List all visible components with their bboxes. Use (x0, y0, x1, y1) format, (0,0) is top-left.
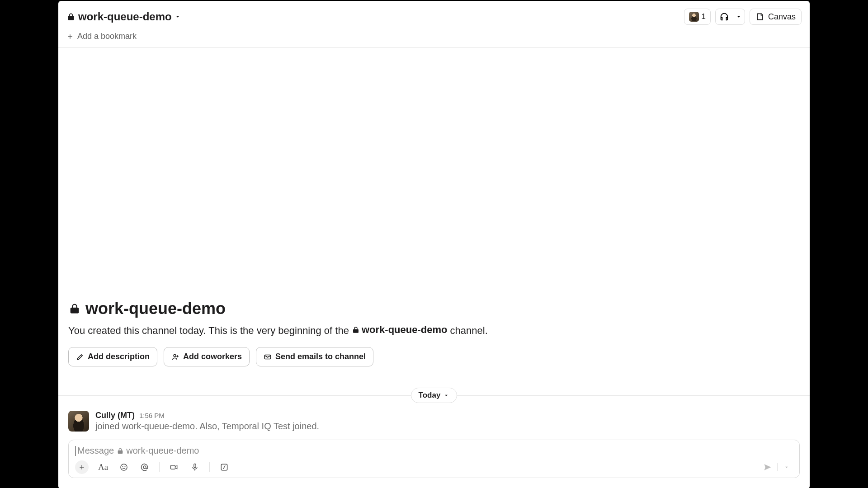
svg-rect-6 (194, 464, 196, 468)
huddle-button-group (715, 9, 745, 25)
shortcuts-button[interactable] (218, 461, 231, 474)
canvas-button[interactable]: Canvas (750, 9, 802, 25)
send-button[interactable] (761, 460, 774, 474)
channel-intro-title-text: work-queue-demo (85, 299, 226, 318)
plus-icon (78, 464, 85, 471)
canvas-label: Canvas (768, 12, 796, 22)
svg-point-2 (121, 464, 127, 470)
text-cursor (75, 446, 75, 456)
svg-point-3 (123, 466, 123, 467)
channel-intro: work-queue-demo You created this channel… (58, 299, 810, 371)
add-coworkers-label: Add coworkers (183, 352, 242, 361)
channel-title-button[interactable]: work-queue-demo (66, 10, 181, 23)
microphone-icon (190, 463, 199, 472)
video-icon (170, 463, 179, 472)
mention-button[interactable] (138, 461, 151, 474)
date-chip-label: Today (419, 391, 441, 400)
send-emails-label: Send emails to channel (275, 352, 366, 361)
emoji-icon (119, 463, 128, 472)
mail-icon (264, 353, 272, 361)
composer-input-row[interactable]: Message work-queue-demo (75, 446, 793, 456)
composer-toolbar: Aa (75, 460, 793, 474)
date-chip-button[interactable]: Today (411, 388, 458, 403)
plus-icon (66, 33, 74, 40)
members-count: 1 (702, 12, 706, 21)
composer-placeholder: Message work-queue-demo (77, 446, 199, 456)
chevron-down-icon (736, 14, 742, 20)
svg-point-4 (125, 466, 126, 467)
svg-rect-5 (171, 465, 175, 469)
avatar[interactable] (68, 411, 89, 432)
composer-placeholder-prefix: Message (77, 446, 117, 455)
lock-icon (68, 302, 81, 315)
system-message: Cully (MT) 1:56 PM joined work-queue-dem… (58, 406, 810, 440)
channel-header: work-queue-demo 1 Canvas (58, 1, 810, 28)
add-description-label: Add description (88, 352, 150, 361)
message-body: Cully (MT) 1:56 PM joined work-queue-dem… (95, 411, 319, 432)
at-icon (140, 463, 149, 472)
lock-icon (352, 326, 360, 334)
pencil-icon (76, 353, 84, 361)
emoji-button[interactable] (118, 461, 130, 474)
audio-button[interactable] (189, 461, 201, 474)
channel-title-text: work-queue-demo (78, 10, 172, 23)
channel-intro-title: work-queue-demo (68, 299, 800, 318)
channel-intro-actions: Add description Add coworkers Send email… (68, 347, 800, 366)
message-composer[interactable]: Message work-queue-demo Aa (68, 440, 800, 478)
toolbar-divider (209, 462, 210, 472)
composer-toolbar-left: Aa (75, 460, 231, 474)
lock-icon (66, 12, 75, 21)
avatar (689, 12, 699, 22)
formatting-button[interactable]: Aa (97, 461, 109, 474)
chevron-down-icon (175, 14, 181, 20)
send-icon (763, 463, 772, 472)
huddle-caret-button[interactable] (733, 9, 745, 24)
video-button[interactable] (168, 461, 180, 474)
toolbar-divider (777, 463, 778, 471)
header-actions: 1 Canvas (684, 9, 802, 25)
channel-intro-description: You created this channel today. This is … (68, 323, 800, 338)
send-emails-button[interactable]: Send emails to channel (256, 347, 373, 366)
add-bookmark-label: Add a bookmark (77, 32, 137, 41)
message-meta: Cully (MT) 1:56 PM (95, 411, 319, 420)
attach-button[interactable] (75, 460, 89, 474)
headphones-icon (719, 12, 729, 22)
canvas-icon (755, 12, 764, 21)
add-description-button[interactable]: Add description (68, 347, 157, 366)
slash-box-icon (220, 463, 229, 472)
toolbar-divider (159, 462, 160, 472)
bookmark-bar: Add a bookmark (58, 28, 810, 48)
composer-area: Message work-queue-demo Aa (58, 440, 810, 488)
intro-desc-prefix: You created this channel today. This is … (68, 325, 352, 336)
message-text: joined work-queue-demo. Also, Temporal I… (95, 421, 319, 432)
slack-channel-view: work-queue-demo 1 Canvas (58, 1, 810, 488)
lock-icon (117, 447, 124, 455)
person-add-icon (171, 353, 179, 361)
add-coworkers-button[interactable]: Add coworkers (164, 347, 250, 366)
members-button[interactable]: 1 (684, 9, 711, 25)
intro-channel-mention: work-queue-demo (352, 323, 447, 337)
message-pane: work-queue-demo You created this channel… (58, 48, 810, 488)
message-author[interactable]: Cully (MT) (95, 411, 135, 420)
composer-toolbar-right (761, 460, 793, 474)
send-options-button[interactable] (780, 461, 793, 474)
date-divider: Today (58, 385, 810, 406)
svg-point-0 (174, 354, 176, 357)
huddle-button[interactable] (716, 9, 733, 24)
intro-desc-suffix: channel. (450, 325, 488, 336)
chevron-down-icon (443, 392, 449, 399)
composer-placeholder-channel: work-queue-demo (126, 446, 199, 455)
empty-space (58, 48, 810, 300)
add-bookmark-button[interactable]: Add a bookmark (66, 32, 137, 41)
chevron-down-icon (783, 464, 790, 470)
message-time[interactable]: 1:56 PM (139, 412, 165, 419)
intro-channel-name: work-queue-demo (362, 323, 447, 337)
